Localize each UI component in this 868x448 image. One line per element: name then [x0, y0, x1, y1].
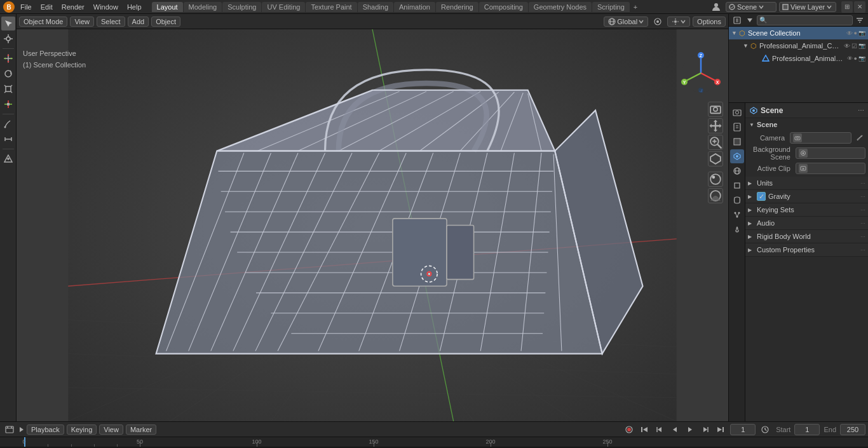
props-world-btn[interactable]: [730, 164, 744, 178]
play-forward-btn[interactable]: [683, 423, 697, 436]
cage-eye-icon[interactable]: 👁: [844, 43, 850, 50]
cage-select-icon[interactable]: ☑: [851, 43, 857, 50]
viewport-zoom-btn[interactable]: [708, 135, 723, 150]
options-btn[interactable]: Options: [693, 17, 726, 27]
scene-collection-eye[interactable]: 👁: [846, 30, 853, 37]
props-particles-btn[interactable]: [730, 208, 744, 222]
material-preview-btn[interactable]: [708, 172, 723, 187]
workspace-tab-layout[interactable]: Layout: [152, 2, 183, 12]
workspace-tab-animation[interactable]: Animation: [394, 2, 435, 12]
cage-render-icon[interactable]: 📷: [858, 43, 865, 50]
mesh-select-icon[interactable]: ●: [854, 55, 857, 62]
outliner-item-cage-mesh[interactable]: Professional_Animal_Cag 👁 ● 📷: [729, 52, 868, 65]
cursor-tool-btn[interactable]: [1, 32, 15, 46]
current-frame-input[interactable]: [730, 424, 756, 435]
gravity-header[interactable]: ▶ ✓ Gravity ⋯: [745, 190, 868, 203]
props-output-btn[interactable]: [730, 120, 744, 134]
record-btn[interactable]: [622, 423, 636, 436]
units-header[interactable]: ▶ Units ⋯: [745, 177, 868, 189]
workspace-tab-rendering[interactable]: Rendering: [436, 2, 478, 12]
timeline-menu-btn[interactable]: [19, 423, 24, 436]
rotate-tool-btn[interactable]: [1, 67, 15, 81]
playback-btn[interactable]: Playback: [27, 424, 64, 435]
props-render-btn[interactable]: [730, 105, 744, 119]
snap-btn[interactable]: [667, 17, 690, 27]
scene-subsection-header[interactable]: ▼ Scene: [745, 118, 868, 131]
scene-collection-select[interactable]: ●: [854, 30, 857, 37]
workspace-tab-modeling[interactable]: Modeling: [184, 2, 222, 12]
custom-props-header[interactable]: ▶ Custom Properties ⋯: [745, 243, 868, 256]
outliner-header-menu[interactable]: [744, 15, 756, 25]
select-menu-btn[interactable]: Select: [97, 17, 125, 27]
camera-value-field[interactable]: [790, 132, 851, 144]
menu-render[interactable]: Render: [58, 2, 88, 12]
workspace-tab-texture[interactable]: Texture Paint: [306, 2, 356, 12]
transform-global-btn[interactable]: Global: [604, 17, 648, 27]
scene-collection-render[interactable]: 📷: [858, 30, 865, 37]
viewport[interactable]: Object Mode View Select Add Object Globa…: [17, 14, 728, 421]
object-menu-btn[interactable]: Object: [151, 17, 180, 27]
props-modifier-btn[interactable]: [730, 193, 744, 207]
workspace-tab-sculpting[interactable]: Sculpting: [222, 2, 261, 12]
annotate-tool-btn[interactable]: [1, 117, 15, 131]
mesh-render-icon[interactable]: 📷: [858, 55, 865, 62]
outliner-filter-btn[interactable]: [854, 15, 865, 25]
move-tool-btn[interactable]: [1, 51, 15, 65]
jump-end-btn[interactable]: [714, 423, 728, 436]
add-menu-btn[interactable]: Add: [128, 17, 149, 27]
workspace-tab-shading[interactable]: Shading: [358, 2, 393, 12]
navigation-gizmo[interactable]: Z X Y -Z: [679, 51, 723, 95]
workspace-tab-add[interactable]: +: [630, 2, 641, 12]
workspace-tab-scripting[interactable]: Scripting: [592, 2, 630, 12]
menu-help[interactable]: Help: [123, 2, 146, 12]
add-object-btn[interactable]: [1, 152, 15, 166]
workspace-tab-uv[interactable]: UV Editing: [262, 2, 305, 12]
outliner-item-cage-collection[interactable]: ▼ ⬡ Professional_Animal_Cage_Tr 👁 ☑ 📷: [729, 39, 868, 52]
step-back-btn[interactable]: [653, 423, 667, 436]
marker-btn[interactable]: Marker: [126, 424, 156, 435]
timeline-ruler[interactable]: 0 50 100 150 200 250: [0, 437, 868, 447]
props-object-btn[interactable]: [730, 179, 744, 193]
user-icon[interactable]: [709, 1, 723, 13]
step-forward-btn[interactable]: [698, 423, 712, 436]
viewport-canvas[interactable]: User Perspective (1) Scene Collection Z …: [17, 29, 728, 421]
camera-view-btn[interactable]: [708, 102, 723, 117]
props-viewlayer-btn[interactable]: [730, 135, 744, 149]
keying-btn[interactable]: Keying: [67, 424, 97, 435]
play-reverse-btn[interactable]: [668, 423, 682, 436]
audio-header[interactable]: ▶ Audio ⋯: [745, 217, 868, 229]
rigid-body-header[interactable]: ▶ Rigid Body World ⋯: [745, 230, 868, 243]
scale-tool-btn[interactable]: [1, 82, 15, 96]
end-frame-input[interactable]: [840, 424, 865, 435]
props-physics-btn[interactable]: [730, 222, 744, 236]
view-menu-btn[interactable]: View: [70, 17, 94, 27]
select-tool-btn[interactable]: [1, 17, 15, 31]
transform-tool-btn[interactable]: [1, 97, 15, 111]
start-frame-input[interactable]: [794, 424, 820, 435]
menu-file[interactable]: File: [17, 2, 36, 12]
props-scene-btn[interactable]: [730, 149, 744, 163]
background-scene-field[interactable]: [796, 147, 865, 159]
mesh-eye-icon[interactable]: 👁: [847, 55, 853, 62]
new-window-btn[interactable]: ⊞: [841, 1, 853, 13]
props-scene-expand-btn[interactable]: ⋯: [858, 107, 864, 114]
outliner-search[interactable]: [757, 15, 853, 25]
rendered-view-btn[interactable]: [708, 188, 723, 203]
gravity-checkbox[interactable]: ✓: [757, 192, 766, 201]
viewport-move-btn[interactable]: [708, 118, 723, 133]
measure-tool-btn[interactable]: [1, 132, 15, 146]
active-clip-field[interactable]: [796, 163, 865, 174]
viewport-perspective-btn[interactable]: [708, 151, 723, 166]
scene-selector[interactable]: Scene: [726, 2, 776, 12]
timeline-view-btn[interactable]: View: [99, 424, 123, 435]
menu-edit[interactable]: Edit: [37, 2, 57, 12]
proportional-editing-btn[interactable]: [651, 15, 665, 28]
keying-sets-header[interactable]: ▶ Keying Sets ⋯: [745, 203, 868, 216]
workspace-tab-compositing[interactable]: Compositing: [479, 2, 528, 12]
menu-window[interactable]: Window: [90, 2, 122, 12]
camera-edit-btn[interactable]: [854, 132, 865, 144]
close-window-btn[interactable]: ✕: [854, 1, 865, 13]
object-mode-dropdown[interactable]: Object Mode: [19, 17, 67, 27]
workspace-tab-geometry[interactable]: Geometry Nodes: [529, 2, 592, 12]
jump-start-btn[interactable]: [637, 423, 651, 436]
